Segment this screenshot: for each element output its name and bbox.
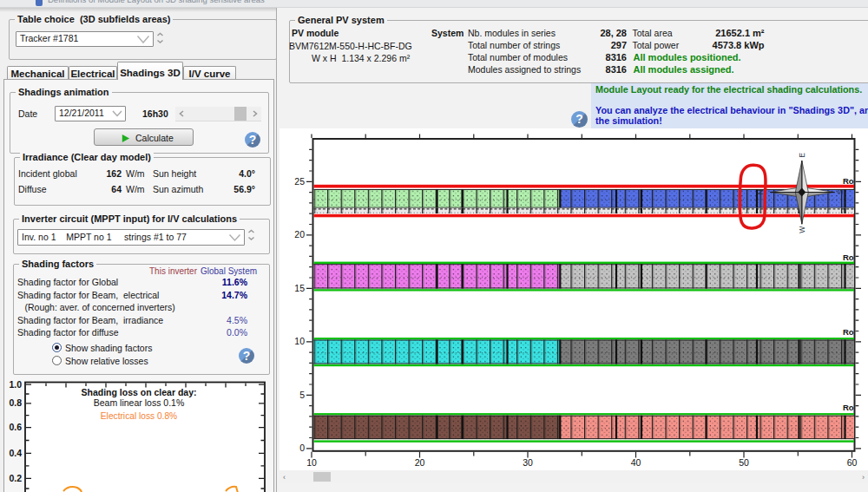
svg-text:0.6: 0.6 <box>9 422 22 432</box>
svg-text:0.2: 0.2 <box>9 473 22 483</box>
svg-text:15: 15 <box>294 283 305 293</box>
svg-text:E: E <box>798 153 806 158</box>
svg-text:0.8: 0.8 <box>9 397 22 408</box>
svg-text:5: 5 <box>299 390 305 400</box>
svg-text:0: 0 <box>299 443 305 453</box>
svg-text:10: 10 <box>306 457 317 468</box>
svg-text:25: 25 <box>294 176 305 187</box>
svg-text:Shading loss on clear day:: Shading loss on clear day: <box>81 387 196 397</box>
svg-text:W: W <box>798 226 806 233</box>
svg-text:Ro: Ro <box>843 403 854 412</box>
svg-text:20: 20 <box>294 229 305 239</box>
svg-text:30: 30 <box>523 457 533 468</box>
svg-text:Beam linear loss 0.1%: Beam linear loss 0.1% <box>94 397 184 408</box>
svg-text:S: S <box>836 189 845 194</box>
svg-text:50: 50 <box>739 457 749 468</box>
svg-text:0.4: 0.4 <box>9 448 22 458</box>
svg-text:40: 40 <box>631 457 641 468</box>
svg-text:10: 10 <box>294 336 305 346</box>
svg-text:N: N <box>756 189 765 194</box>
svg-text:60: 60 <box>847 457 858 468</box>
svg-text:1.0: 1.0 <box>9 379 22 390</box>
svg-text:20: 20 <box>415 457 425 468</box>
svg-text:Ro: Ro <box>843 253 854 262</box>
svg-text:Electrical loss 0.8%: Electrical loss 0.8% <box>101 411 177 421</box>
svg-text:Ro: Ro <box>843 176 854 186</box>
svg-text:Ro: Ro <box>843 327 854 337</box>
